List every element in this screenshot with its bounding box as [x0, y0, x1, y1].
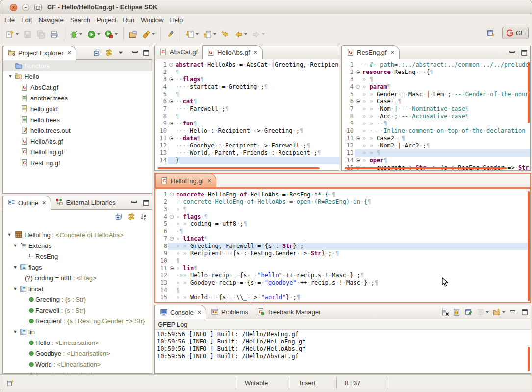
scroll-lock-button[interactable]	[453, 308, 461, 316]
maximize-view-button[interactable]	[142, 49, 150, 57]
run-button[interactable]	[86, 29, 101, 40]
fold-marker-icon[interactable]	[168, 191, 176, 198]
last-edit-button[interactable]	[220, 29, 231, 40]
code-line-9[interactable]: 9··fun¶	[155, 120, 339, 127]
window-maximize-button[interactable]: ▢	[34, 4, 42, 11]
editor-helloeng-content[interactable]: 1concrete·HelloEng·of·HelloAbs·=·ResEng·…	[155, 189, 530, 302]
open-console-button[interactable]	[493, 308, 501, 316]
code-line-12[interactable]: 12» » ·Nom2·|·Acc2·;¶	[342, 142, 530, 149]
code-line-10[interactable]: 10¶	[155, 257, 530, 265]
sort-button[interactable]: az	[140, 213, 148, 220]
external-tools-button[interactable]	[103, 29, 119, 40]
tree-item-another-trees[interactable]: another.trees	[3, 93, 152, 103]
code-line-11[interactable]: 11··data¶	[155, 135, 339, 142]
link-with-editor-button[interactable]	[105, 49, 113, 57]
code-line-13[interactable]: 13····World,·Parent,·Friends·:·Recipient…	[155, 149, 339, 157]
tab-console[interactable]: Console✕	[155, 305, 206, 319]
tree-item-world[interactable]: World : <Linearisation>	[3, 359, 152, 369]
tree-item-helloeng[interactable]: ▼HelloEng : <Concrete of HelloAbs>	[3, 229, 152, 240]
horizontal-scrollbar[interactable]	[345, 167, 507, 169]
expand-all-button[interactable]	[115, 213, 123, 220]
fold-marker-icon[interactable]	[168, 98, 176, 105]
minimize-editor-button[interactable]	[508, 49, 516, 57]
tab-treebank-manager[interactable]: GTreebank Manager	[253, 305, 325, 318]
code-line-7[interactable]: 7» lincat¶	[155, 235, 530, 243]
fold-marker-icon[interactable]	[168, 265, 176, 272]
code-line-9[interactable]: 9» » ··¶	[342, 120, 530, 127]
highlighter-button[interactable]	[165, 29, 176, 40]
code-line-11[interactable]: 11» » Case2·=¶	[342, 135, 530, 142]
tab-external-libraries[interactable]: External Libraries	[51, 196, 120, 209]
fold-marker-icon[interactable]	[355, 98, 362, 105]
search-torch-button[interactable]	[141, 29, 156, 40]
view-menu-button[interactable]	[117, 49, 125, 57]
tree-item-recipient[interactable]: Recipient : {s : ResEng.Gender => Str}	[3, 316, 152, 326]
code-line-8[interactable]: 8¶	[155, 113, 339, 120]
expander-icon[interactable]: ▼	[13, 329, 18, 334]
code-line-7[interactable]: 7····Farewell·;¶	[155, 105, 339, 113]
close-icon[interactable]: ✕	[67, 50, 71, 56]
fold-marker-icon[interactable]	[168, 61, 176, 69]
fold-marker-icon[interactable]	[168, 76, 176, 83]
tab-helloabs-gf[interactable]: GHelloAbs.gf✕	[202, 45, 263, 59]
fold-marker-icon[interactable]	[168, 120, 176, 127]
collapse-all-button[interactable]	[93, 49, 101, 57]
fold-marker-icon[interactable]	[168, 213, 176, 220]
tree-item-helloabs-gf[interactable]: GHelloAbs.gf	[3, 136, 152, 147]
open-gf-shell-button[interactable]	[127, 29, 139, 40]
fold-marker-icon[interactable]	[355, 135, 362, 142]
code-line-6[interactable]: 6·¶	[155, 228, 530, 235]
maximize-button[interactable]	[521, 308, 529, 316]
tree-item-reseng-gf[interactable]: GResEng.gf	[3, 157, 152, 168]
tree-item-hello-trees-out[interactable]: hello.trees.out	[3, 125, 152, 136]
tree-item-flags[interactable]: ▼flags	[3, 262, 152, 272]
console-output[interactable]: 10:59:56 [INFO ] Built: /Hello/ResEng.gf…	[155, 330, 531, 373]
code-line-1[interactable]: 1abstract·HelloAbs·=·AbsCat·[Greeting,·R…	[155, 61, 339, 69]
tree-item-greeting[interactable]: Greeting : {s : Str}	[3, 294, 152, 305]
open-perspective-button[interactable]	[485, 28, 496, 38]
display-console-button[interactable]	[477, 308, 484, 316]
vertical-scrollbar[interactable]	[528, 62, 530, 123]
code-line-5[interactable]: 5» » Gender·=·Masc·|·Fem·;·--·Gender·of·…	[342, 91, 530, 98]
code-line-13[interactable]: 13» » Goodbye·recip·=·{s·=·"goodbye"·++·…	[155, 279, 530, 287]
code-line-5[interactable]: 5¶	[155, 91, 339, 98]
tab-abscat-gf[interactable]: GAbsCat.gf	[155, 45, 202, 59]
tree-item-parent[interactable]: Parent : <Linearisation>	[3, 369, 152, 373]
code-line-2[interactable]: 2--concrete·HelloEng·of·HelloAbs·=·open·…	[155, 198, 530, 206]
tree-item-hello-trees[interactable]: hello.trees	[3, 114, 152, 125]
next-annotation-button[interactable]	[184, 29, 200, 40]
clear-console-button[interactable]	[441, 308, 449, 316]
tree-item--coding-utf8[interactable]: (?) coding = utf8 : <Flag>	[3, 272, 152, 283]
code-line-3[interactable]: 3··flags¶	[155, 76, 339, 83]
code-line-12[interactable]: 12····Goodbye·:·Recipient·->·Farewell·;¶	[155, 142, 339, 149]
tree-item-abscat-gf[interactable]: GAbsCat.gf	[3, 82, 152, 93]
fold-marker-icon[interactable]	[168, 135, 176, 142]
code-line-9[interactable]: 9» » Recipient·=·{s·:·ResEng.Gender·=>·S…	[155, 250, 530, 257]
window-minimize-button[interactable]: –	[22, 4, 29, 11]
tree-item-helloeng-gf[interactable]: GHelloEng.gf	[3, 147, 152, 157]
expander-icon[interactable]: ▼	[7, 232, 12, 237]
tab-problems[interactable]: Problems	[206, 305, 253, 318]
editor-helloabs-content[interactable]: 1abstract·HelloAbs·=·AbsCat·[Greeting,·R…	[155, 60, 339, 170]
tree-item-farewell[interactable]: Farewell : {s : Str}	[3, 305, 152, 316]
tree-item-goodbye[interactable]: Goodbye : <Linearisation>	[3, 348, 152, 359]
close-icon[interactable]: ✕	[207, 178, 211, 184]
tab-project-explorer[interactable]: G Project Explorer✕	[3, 46, 76, 60]
fast-view-button[interactable]	[6, 379, 14, 387]
new-wizard-button[interactable]	[4, 29, 20, 40]
debug-button[interactable]	[68, 29, 84, 40]
code-line-4[interactable]: 4····startcat·=·Greeting·;¶	[155, 83, 339, 91]
close-icon[interactable]: ✕	[253, 49, 258, 56]
menu-edit[interactable]: Edit	[21, 16, 32, 24]
code-line-6[interactable]: 6» » Case·=¶	[342, 98, 530, 105]
code-line-1[interactable]: 1--#·-path=.:../abstract:../common:../..…	[342, 61, 530, 69]
minimize-view-button[interactable]	[131, 49, 139, 57]
code-line-10[interactable]: 10····Hello·:·Recipient·->·Greeting·;¶	[155, 127, 339, 135]
menu-window[interactable]: Window	[141, 16, 163, 24]
back-button[interactable]	[233, 29, 249, 40]
code-line-6[interactable]: 6··cat¶	[155, 98, 339, 105]
code-line-7[interactable]: 7» » ·Nom·|·--·Nominative·case¶	[342, 105, 530, 113]
tab-outline[interactable]: Outline✕	[3, 196, 51, 210]
menu-help[interactable]: Help	[170, 16, 183, 24]
tree-item-extends[interactable]: ▼Extends	[3, 240, 152, 251]
